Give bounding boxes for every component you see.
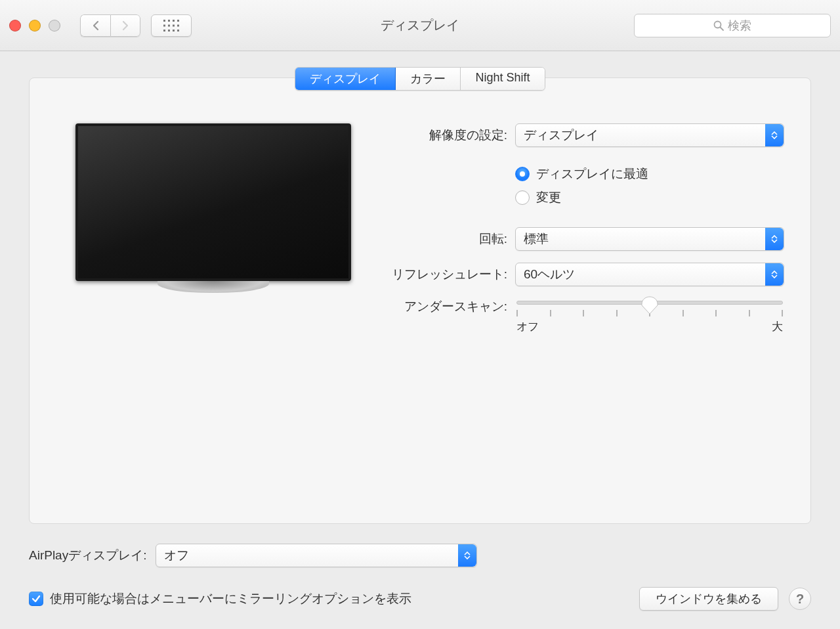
radio-best-for-display[interactable]: ディスプレイに最適 xyxy=(515,165,784,183)
svg-rect-6 xyxy=(173,24,175,26)
underscan-label: アンダースキャン: xyxy=(364,298,515,315)
underscan-slider[interactable]: オフ 大 xyxy=(515,298,784,334)
tab-night-shift[interactable]: Night Shift xyxy=(461,68,544,90)
svg-rect-11 xyxy=(177,30,179,32)
window-controls xyxy=(9,20,60,32)
refresh-rate-value: 60ヘルツ xyxy=(524,266,575,283)
chevron-left-icon xyxy=(92,20,100,31)
svg-rect-10 xyxy=(173,30,175,32)
select-arrows-icon xyxy=(458,544,476,567)
radio-selected-icon xyxy=(515,167,530,181)
resolution-select-value: ディスプレイ xyxy=(524,127,598,144)
radio-unselected-icon xyxy=(515,190,530,205)
svg-rect-8 xyxy=(163,30,165,32)
svg-line-13 xyxy=(721,27,724,30)
airplay-value: オフ xyxy=(164,547,189,564)
monitor-preview xyxy=(62,123,364,346)
select-arrows-icon xyxy=(765,124,784,146)
radio-best-label: ディスプレイに最適 xyxy=(536,165,648,183)
back-button[interactable] xyxy=(80,14,110,37)
underscan-min-label: オフ xyxy=(516,319,539,334)
tab-bar: ディスプレイ カラー Night Shift xyxy=(30,67,810,91)
nav-group xyxy=(80,14,140,37)
chevron-right-icon xyxy=(121,20,129,31)
grid-icon xyxy=(163,20,179,32)
refresh-rate-label: リフレッシュレート: xyxy=(364,266,515,283)
airplay-label: AirPlayディスプレイ: xyxy=(29,547,146,564)
show-all-button[interactable] xyxy=(151,14,192,37)
svg-rect-9 xyxy=(168,30,170,32)
svg-rect-7 xyxy=(177,24,179,26)
svg-rect-2 xyxy=(173,20,175,22)
help-button[interactable]: ? xyxy=(789,588,811,610)
airplay-select[interactable]: オフ xyxy=(156,544,477,567)
resolution-label: 解像度の設定: xyxy=(364,127,515,144)
resolution-select[interactable]: ディスプレイ xyxy=(515,123,784,147)
tab-display[interactable]: ディスプレイ xyxy=(295,68,396,90)
svg-rect-1 xyxy=(168,20,170,22)
close-button[interactable] xyxy=(9,20,21,32)
titlebar: ディスプレイ 検索 xyxy=(0,0,840,51)
radio-scaled[interactable]: 変更 xyxy=(515,189,784,206)
rotation-label: 回転: xyxy=(364,230,515,248)
svg-rect-0 xyxy=(163,20,165,22)
svg-rect-5 xyxy=(168,24,170,26)
rotation-select[interactable]: 標準 xyxy=(515,227,784,251)
settings-panel: ディスプレイ カラー Night Shift 解像度の設定: ディスプレイ xyxy=(29,77,811,524)
tab-color[interactable]: カラー xyxy=(396,68,461,90)
select-arrows-icon xyxy=(765,228,784,250)
slider-thumb-icon xyxy=(641,296,658,314)
search-field[interactable]: 検索 xyxy=(634,14,831,37)
svg-rect-4 xyxy=(163,24,165,26)
radio-scaled-label: 変更 xyxy=(536,189,561,206)
svg-rect-3 xyxy=(177,20,179,22)
search-placeholder: 検索 xyxy=(728,18,751,33)
monitor-screen-icon xyxy=(75,123,351,281)
minimize-button[interactable] xyxy=(29,20,41,32)
gather-windows-button[interactable]: ウインドウを集める xyxy=(639,587,778,611)
select-arrows-icon xyxy=(765,263,784,286)
forward-button[interactable] xyxy=(110,14,140,37)
show-mirroring-label: 使用可能な場合はメニューバーにミラーリングオプションを表示 xyxy=(50,590,411,607)
checkbox-checked-icon xyxy=(29,592,43,606)
monitor-stand-icon xyxy=(158,281,269,293)
underscan-max-label: 大 xyxy=(772,319,783,334)
search-icon xyxy=(713,20,724,31)
zoom-button xyxy=(49,20,60,32)
refresh-rate-select[interactable]: 60ヘルツ xyxy=(515,263,784,286)
rotation-select-value: 標準 xyxy=(524,230,549,248)
show-mirroring-checkbox[interactable]: 使用可能な場合はメニューバーにミラーリングオプションを表示 xyxy=(29,590,411,607)
